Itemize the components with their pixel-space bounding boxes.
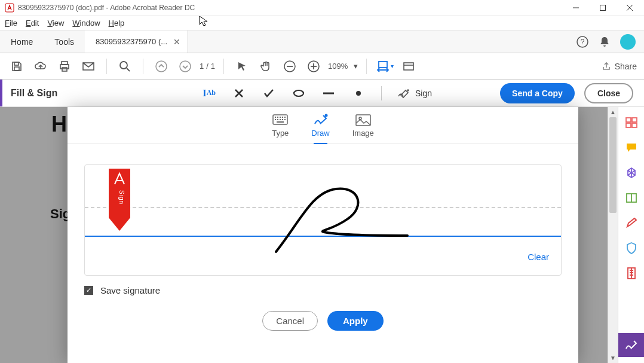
page-indicator[interactable]: 1 / 1 [200, 62, 215, 71]
svg-rect-2 [600, 5, 605, 11]
svg-rect-43 [284, 117, 286, 118]
maximize-button[interactable] [589, 0, 616, 16]
tab-tools[interactable]: Tools [44, 30, 85, 53]
menu-window[interactable]: Window [72, 19, 100, 28]
svg-rect-31 [626, 118, 631, 122]
text-tool-icon[interactable]: IAb [202, 86, 216, 100]
stamp-icon[interactable] [624, 166, 639, 180]
notifications-icon[interactable] [599, 36, 611, 48]
cancel-button[interactable]: Cancel [262, 311, 318, 331]
minimize-button[interactable] [562, 0, 589, 16]
svg-point-16 [180, 61, 191, 72]
edit-icon[interactable] [624, 216, 639, 230]
svg-rect-48 [284, 119, 286, 120]
help-icon[interactable]: ? [576, 35, 589, 48]
tab-document[interactable]: 83095932375970 (... ✕ [85, 30, 188, 53]
scroll-up-icon[interactable]: ▲ [608, 107, 618, 117]
svg-rect-46 [280, 119, 281, 120]
menu-file[interactable]: File [5, 19, 17, 28]
svg-point-27 [294, 90, 303, 96]
save-signature-label: Save signature [100, 285, 160, 295]
svg-rect-40 [277, 117, 278, 118]
fit-width-icon[interactable]: ▾ [375, 57, 394, 76]
svg-point-50 [325, 115, 327, 117]
panel-icon-1[interactable] [624, 115, 639, 130]
sign-menu[interactable]: Sign [397, 88, 432, 99]
drawn-signature [85, 165, 563, 276]
close-tab-icon[interactable]: ✕ [173, 37, 180, 47]
compress-icon[interactable] [624, 266, 639, 280]
svg-rect-7 [14, 62, 19, 65]
send-copy-button[interactable]: Send a Copy [500, 83, 575, 103]
svg-rect-34 [632, 123, 637, 127]
menu-help[interactable]: Help [109, 19, 125, 28]
protect-icon[interactable] [624, 241, 639, 255]
apply-button[interactable]: Apply [327, 311, 384, 331]
tab-draw[interactable]: Draw [311, 113, 329, 144]
circle-tool-icon[interactable] [292, 86, 306, 100]
page-down-icon[interactable] [176, 57, 195, 76]
svg-rect-39 [275, 117, 276, 118]
account-avatar[interactable] [620, 34, 636, 50]
dialog-tabs: Type Draw Image [68, 107, 578, 144]
svg-rect-41 [280, 117, 281, 118]
window-title: 83095932375970 (doc).pdf - Adobe Acrobat… [18, 4, 195, 12]
tab-image[interactable]: Image [352, 114, 374, 144]
tab-bar: Home Tools 83095932375970 (... ✕ ? [0, 30, 644, 53]
page-current: 1 [200, 62, 204, 71]
measure-icon[interactable] [624, 191, 639, 205]
fill-sign-bar: Fill & Sign IAb Sign Send a Copy Close [0, 80, 644, 107]
print-icon[interactable] [55, 57, 74, 76]
svg-point-30 [407, 90, 409, 91]
right-tools-panel [618, 107, 644, 363]
close-toolbar-button[interactable]: Close [584, 83, 633, 103]
zoom-out-icon[interactable] [280, 57, 299, 76]
share-button[interactable]: Share [602, 62, 637, 71]
page-display-icon[interactable] [399, 57, 418, 76]
fill-sign-panel-icon[interactable] [618, 333, 645, 357]
svg-rect-23 [404, 63, 413, 70]
save-icon[interactable] [7, 57, 26, 76]
svg-rect-32 [632, 118, 637, 122]
clear-button[interactable]: Clear [528, 252, 549, 262]
svg-rect-22 [379, 62, 387, 68]
comment-icon[interactable] [624, 141, 639, 155]
signature-canvas[interactable]: Sign Clear [84, 164, 562, 276]
page-up-icon[interactable] [152, 57, 171, 76]
svg-rect-33 [626, 123, 631, 127]
dot-tool-icon[interactable] [351, 86, 366, 100]
svg-rect-51 [356, 115, 370, 126]
cloud-icon[interactable] [31, 57, 50, 76]
tab-type[interactable]: Type [272, 114, 289, 144]
select-tool-icon[interactable] [232, 57, 252, 76]
line-tool-icon[interactable] [321, 86, 336, 100]
svg-rect-44 [275, 119, 276, 120]
draw-icon [313, 113, 329, 126]
menu-view[interactable]: View [47, 19, 64, 28]
content-area: H Sig ▲ ▼ Type Draw Imag [0, 107, 644, 363]
tab-home[interactable]: Home [0, 30, 44, 53]
hand-tool-icon[interactable] [256, 57, 275, 76]
main-toolbar: 1 / 1 109% ▾ ▾ Share [0, 53, 644, 80]
save-signature-checkbox[interactable]: ✓ [84, 286, 93, 295]
svg-rect-49 [277, 121, 284, 123]
search-icon[interactable] [115, 57, 134, 76]
zoom-level[interactable]: 109% ▾ [328, 62, 358, 71]
svg-point-13 [120, 62, 127, 69]
svg-point-15 [156, 61, 167, 72]
save-signature-row[interactable]: ✓ Save signature [84, 285, 562, 295]
check-tool-icon[interactable] [262, 86, 276, 100]
fill-sign-title: Fill & Sign [11, 88, 57, 99]
title-bar: 83095932375970 (doc).pdf - Adobe Acrobat… [0, 0, 644, 16]
menu-edit[interactable]: Edit [26, 19, 39, 28]
zoom-in-icon[interactable] [304, 57, 323, 76]
cross-tool-icon[interactable] [232, 86, 246, 100]
vertical-scrollbar[interactable]: ▲ ▼ [608, 107, 618, 363]
svg-rect-10 [60, 65, 69, 69]
scroll-thumb[interactable] [609, 117, 617, 213]
scroll-down-icon[interactable]: ▼ [608, 353, 618, 363]
mail-icon[interactable] [79, 57, 98, 76]
svg-rect-42 [282, 117, 283, 118]
image-icon [355, 114, 371, 126]
close-window-button[interactable] [616, 0, 643, 16]
